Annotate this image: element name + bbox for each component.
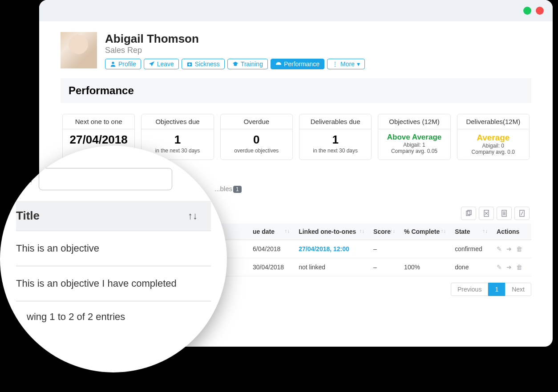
graduation-cap-icon [232, 61, 239, 67]
card-header: Deliverables due [299, 114, 371, 129]
card-header: Overdue [221, 114, 292, 129]
cell-state: done [449, 258, 491, 276]
cell-due: 30/04/2018 [247, 258, 293, 276]
col-linked[interactable]: Linked one-to-ones↑↓ [293, 224, 368, 240]
card-deliverables-12m: Deliverables(12M) Average Abigail: 0 Com… [457, 114, 530, 160]
card-value: 1 [142, 129, 213, 148]
card-header: Objectives due [142, 114, 213, 129]
card-value: 27/04/2018 [63, 129, 134, 148]
title-column-header[interactable]: Title ↑↓ [16, 201, 211, 231]
cell-linked: 27/04/2018, 12:00 [293, 240, 368, 258]
edit-icon[interactable]: ✎ [497, 245, 502, 252]
next-button[interactable]: Next [505, 283, 531, 296]
section-heading: Performance [61, 78, 531, 103]
go-icon[interactable]: ➜ [506, 264, 512, 271]
card-header: Deliverables(12M) [457, 114, 529, 129]
page-1-button[interactable]: 1 [488, 283, 505, 296]
edit-icon[interactable]: ✎ [497, 264, 502, 271]
card-sub: overdue objectives [221, 148, 292, 154]
window-close-dot[interactable] [536, 7, 544, 15]
search-input[interactable] [39, 168, 172, 190]
trash-icon[interactable]: 🗑 [516, 245, 522, 252]
sort-icon: ↑↓ [390, 228, 395, 234]
svg-point-0 [112, 62, 114, 64]
title-header-label: Title [16, 209, 40, 223]
card-line2: Company avg. 0.05 [378, 148, 450, 154]
sort-icon: ↑↓ [482, 228, 488, 234]
prev-button[interactable]: Previous [451, 283, 488, 296]
col-score[interactable]: Score↑↓ [368, 224, 399, 240]
tab-performance-label: Performance [284, 60, 319, 68]
tab-leave[interactable]: Leave [144, 59, 179, 69]
copy-button[interactable] [461, 207, 476, 220]
tab-training-label: Training [241, 60, 263, 68]
export-excel-button[interactable] [479, 207, 494, 220]
sort-icon: ↑↓ [359, 228, 364, 234]
profile-header: Abigail Thomson Sales Rep Profile Leave … [61, 32, 531, 69]
export-csv-button[interactable] [497, 207, 512, 220]
svg-rect-3 [188, 64, 190, 65]
card-objectives-12m: Objectives (12M) Above Average Abigail: … [378, 114, 450, 160]
pdf-file-icon [518, 210, 526, 217]
sort-icon: ↑↓ [284, 228, 290, 234]
go-icon[interactable]: ➜ [506, 245, 512, 252]
profile-name: Abigail Thomson [105, 32, 365, 46]
tab-sickness[interactable]: Sickness [182, 59, 225, 69]
cell-score: – [368, 240, 399, 258]
tab-more[interactable]: ⋮ More ▾ [327, 59, 365, 69]
avatar [61, 32, 97, 68]
tab-profile-label: Profile [118, 60, 136, 68]
col-complete[interactable]: % Complete↑↓ [399, 224, 449, 240]
objective-row[interactable]: This is an objective [16, 231, 211, 266]
window-minimize-dot[interactable] [523, 7, 531, 15]
cell-complete: 100% [399, 258, 449, 276]
card-header: Objectives (12M) [378, 114, 450, 129]
card-sub: in the next 30 days [299, 148, 371, 154]
table-info: wing 1 to 2 of 2 entries [16, 301, 211, 323]
card-deliverables-due: Deliverables due 1 in the next 30 days [299, 114, 372, 160]
card-value: 1 [299, 129, 371, 148]
title-bar [39, 0, 553, 21]
cell-complete [399, 240, 449, 258]
tab-leave-label: Leave [157, 60, 174, 68]
card-rating: Average [457, 129, 529, 143]
sort-icon: ↑↓ [188, 210, 211, 222]
subtab-badge: 1 [233, 186, 242, 193]
cell-state: confirmed [449, 240, 491, 258]
subtab-label: ...bles [214, 185, 232, 192]
plane-icon [149, 61, 155, 67]
col-due-date[interactable]: ue date↑↓ [247, 224, 293, 240]
export-pdf-button[interactable] [514, 207, 530, 220]
objective-row[interactable]: This is an objective I have completed [16, 266, 211, 301]
cell-score: – [368, 258, 399, 276]
card-line2: Company avg. 0.0 [457, 149, 529, 155]
cell-linked: not linked [293, 258, 368, 276]
chevron-down-icon: ▾ [357, 60, 360, 68]
copy-icon [465, 210, 472, 217]
card-rating: Above Average [378, 129, 450, 142]
search-label: rch: [16, 173, 32, 185]
dashboard-icon [275, 61, 282, 67]
tab-training[interactable]: Training [227, 59, 268, 69]
card-value: 0 [221, 129, 292, 148]
cell-due: 6/04/2018 [247, 240, 293, 258]
text-file-icon [501, 210, 508, 217]
tab-profile[interactable]: Profile [105, 59, 141, 69]
card-line1: Abigail: 0 [457, 143, 529, 149]
person-icon [110, 61, 116, 67]
card-overdue: Overdue 0 overdue objectives [220, 114, 293, 160]
card-header: Next one to one [63, 114, 134, 129]
zoom-lens: rch: Title ↑↓ This is an objective This … [0, 146, 227, 372]
medkit-icon [186, 61, 193, 67]
sort-icon: ↑↓ [441, 228, 446, 234]
col-state[interactable]: State↑↓ [449, 224, 491, 240]
trash-icon[interactable]: 🗑 [516, 264, 522, 271]
tab-more-label: More [340, 60, 355, 68]
subtab-deliverables[interactable]: ...bles1 [212, 181, 244, 196]
profile-tabs: Profile Leave Sickness Training [105, 59, 365, 69]
tab-sickness-label: Sickness [195, 60, 220, 68]
linked-one-to-one-link[interactable]: 27/04/2018, 12:00 [299, 245, 349, 252]
excel-file-icon [483, 210, 490, 217]
tab-performance[interactable]: Performance [271, 59, 324, 69]
card-line1: Abigail: 1 [378, 142, 450, 148]
